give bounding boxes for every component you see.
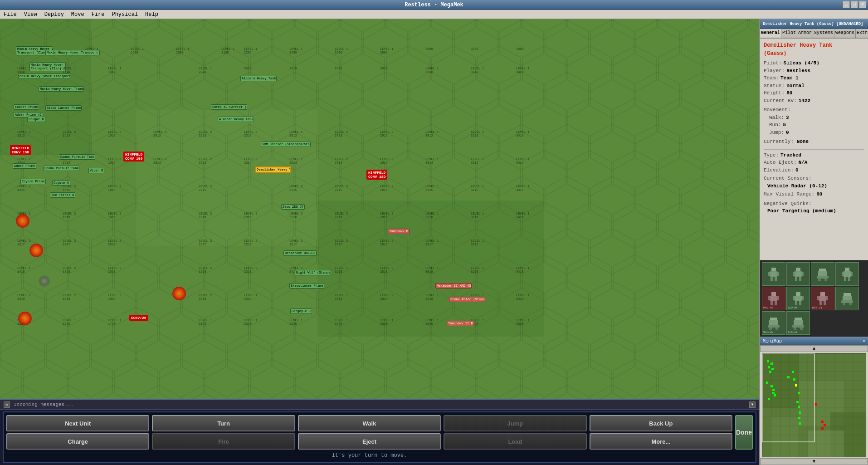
unit-token-u21[interactable]: Epona Pursuit Tank D xyxy=(43,166,79,171)
unit-thumb-1[interactable] xyxy=(762,262,785,286)
svg-rect-104 xyxy=(799,422,801,425)
unit-token-u29[interactable]: Stone Rhino (Standard) xyxy=(449,297,485,302)
menu-view[interactable]: View xyxy=(22,11,39,18)
unit-thumb-9[interactable]: Schrek xyxy=(762,311,785,335)
walk-button[interactable]: Walk xyxy=(298,415,441,431)
minimize-button[interactable]: _ xyxy=(843,1,850,8)
eject-button[interactable]: Eject xyxy=(298,433,441,450)
unit-token-u17[interactable]: Black Lanner Prime xyxy=(45,105,82,111)
svg-rect-23 xyxy=(818,279,821,281)
unit-thumb-8[interactable] xyxy=(835,287,859,310)
turn-button[interactable]: Turn xyxy=(152,415,295,431)
unit-name-display: Demolisher Heavy Tank (Gauss) xyxy=(764,41,864,58)
unit-token-u7[interactable]: Shrek AC Carrier (Standard) xyxy=(211,104,247,110)
unit-token-u12[interactable]: Berserker BRZ-C3 xyxy=(283,250,317,256)
unit-thumb-2[interactable] xyxy=(786,262,810,286)
unit-token-u6[interactable]: Alacorn Heavy Tank Mk III xyxy=(240,76,277,81)
message-text: Incoming messages... xyxy=(14,402,73,407)
unit-token-u24[interactable]: Coyote Prime xyxy=(20,179,46,184)
unit-token-u20[interactable]: Epona Pursuit Tank D #2 xyxy=(59,154,95,160)
walk-row: Walk: 3 xyxy=(769,114,864,122)
unit-token-u5[interactable]: Maxim Heavy Hover Transport (Clan) #3 xyxy=(39,86,84,92)
smoke-effect-1 xyxy=(39,275,50,287)
minimap-title-bar: MiniMap × xyxy=(760,337,868,345)
auto-eject-row: Auto Eject: N/A xyxy=(764,159,864,166)
svg-rect-50 xyxy=(843,296,852,300)
unit-thumb-10[interactable]: Schrek xyxy=(786,311,810,335)
unit-token-u9[interactable]: SRM Carrier (Standard/Standard) #2 xyxy=(261,142,311,147)
status-message: It's your turn to move. xyxy=(332,452,407,459)
tab-systems[interactable]: Systems xyxy=(813,29,834,38)
unit-token-u19[interactable]: Cougar B xyxy=(27,117,45,122)
unit-token-u2[interactable]: Maxim Heavy Hover Transport (Clan) #6Hov… xyxy=(45,50,100,55)
unit-thumb-5[interactable]: MAD-4S xyxy=(762,287,785,310)
next-unit-button[interactable]: Next Unit xyxy=(6,415,149,431)
unit-token-u10[interactable]: Demolisher Heavy Tank (Gauss) xyxy=(255,166,291,173)
unit-thumb-4[interactable] xyxy=(835,262,859,286)
scroll-up-arrow[interactable]: ▲ xyxy=(760,345,868,352)
svg-rect-15 xyxy=(795,271,802,277)
fire-button[interactable]: Fire xyxy=(152,433,295,450)
title-bar-controls[interactable]: _ □ × xyxy=(843,1,866,8)
close-button[interactable]: × xyxy=(859,1,866,8)
svg-rect-113 xyxy=(824,424,826,426)
map-container[interactable]: .hlbl { position:absolute; font-size:7px… xyxy=(0,19,759,399)
hostile-badge-2: HINFFELDCONV 150 xyxy=(123,152,144,162)
svg-rect-43 xyxy=(820,292,825,296)
unit-token-u30[interactable]: Tomahawk II B xyxy=(447,321,474,326)
jump-button[interactable]: Jump xyxy=(444,415,586,431)
unit-token-u13[interactable]: Night Wolf (Standard) xyxy=(295,270,331,275)
unit-token-u23[interactable]: Adder Prime xyxy=(13,163,36,169)
svg-rect-55 xyxy=(769,320,778,325)
menu-file[interactable]: File xyxy=(2,11,19,18)
scroll-down-arrow[interactable]: ▼ xyxy=(760,458,868,465)
unit-info-title-bar: Demolisher Heavy Tank (Gauss) [UNDAMAGED… xyxy=(760,19,868,29)
charge-button[interactable]: Charge xyxy=(6,433,149,450)
unit-token-u14[interactable]: Executioner Prime xyxy=(289,283,324,289)
action-buttons-area: Next Unit Turn Walk Jump Back Up Charge … xyxy=(6,415,732,460)
menu-deploy[interactable]: Deploy xyxy=(43,11,66,18)
done-button[interactable]: Done xyxy=(735,415,753,450)
tab-armor[interactable]: Armor xyxy=(797,29,813,38)
load-button[interactable]: Load xyxy=(444,433,586,450)
maximize-button[interactable]: □ xyxy=(851,1,858,8)
unit-thumb-6[interactable]: ZEU-9T xyxy=(786,287,810,310)
message-icon: ✉ xyxy=(4,401,10,408)
menu-move[interactable]: Move xyxy=(69,11,86,18)
svg-rect-14 xyxy=(796,268,800,271)
svg-rect-45 xyxy=(817,296,819,300)
unit-token-u4[interactable]: Maxim Heavy Hover Transport (Clan) #5Hov… xyxy=(18,73,70,79)
tab-pilot[interactable]: Pilot xyxy=(781,29,797,38)
unit-token-u25[interactable]: Coyote A xyxy=(52,180,70,186)
svg-rect-102 xyxy=(799,411,801,414)
unit-token-u27[interactable]: Tomahawk B xyxy=(388,229,410,234)
unit-thumb-7[interactable]: BR2-C3 xyxy=(811,287,834,310)
unit-token-u26[interactable]: Ice Ferret B xyxy=(50,192,75,198)
more-button[interactable]: More... xyxy=(590,433,732,450)
tab-general[interactable]: General xyxy=(760,29,781,38)
explosion-effect-3 xyxy=(29,244,43,257)
unit-token-u16[interactable]: Ladder Prime xyxy=(14,104,39,110)
type-row: Type: Tracked xyxy=(764,152,864,159)
menu-physical[interactable]: Physical xyxy=(110,11,140,18)
menu-fire[interactable]: Fire xyxy=(90,11,107,18)
svg-rect-60 xyxy=(794,320,803,325)
unit-token-u22[interactable]: Viper B xyxy=(88,168,104,173)
menu-help[interactable]: Help xyxy=(143,11,160,18)
tab-weapons[interactable]: Weapons xyxy=(834,29,856,38)
unit-token-u28[interactable]: Marauder II MAD-4S xyxy=(435,283,472,289)
unit-token-u3[interactable]: Maxim Heavy HoverTransport (Clan) #4 xyxy=(29,62,66,71)
minimap-close-button[interactable]: × xyxy=(863,339,865,344)
svg-rect-27 xyxy=(842,272,844,276)
unit-token-u15[interactable]: Gargoyle C xyxy=(290,308,312,314)
svg-rect-17 xyxy=(802,272,804,276)
svg-rect-56 xyxy=(768,325,780,328)
unit-token-u8[interactable]: Alacorn Heavy Tank Mk IV #2 xyxy=(218,117,254,122)
unit-thumb-3[interactable] xyxy=(811,262,834,286)
svg-rect-33 xyxy=(768,296,770,300)
back-up-button[interactable]: Back Up xyxy=(590,415,732,431)
title-bar: Restless - MegaMek _ □ × xyxy=(0,0,868,10)
unit-token-u11[interactable]: Zeus ZEU-9T xyxy=(281,204,305,210)
message-expand-icon[interactable]: ▼ xyxy=(749,401,756,408)
tab-extras[interactable]: Extras xyxy=(856,29,868,38)
